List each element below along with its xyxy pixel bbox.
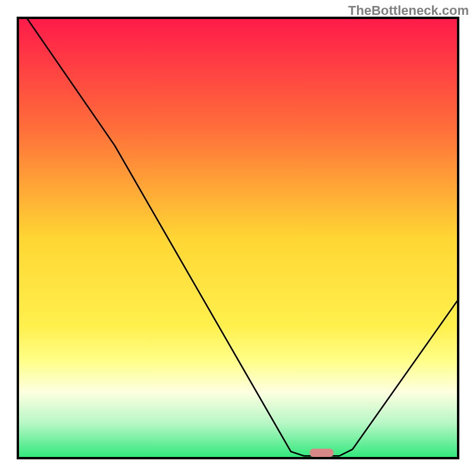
- watermark-text: TheBottleneck.com: [348, 3, 469, 18]
- optimal-marker: [310, 449, 334, 457]
- chart-container: TheBottleneck.com: [0, 0, 476, 476]
- chart-svg: [0, 0, 476, 476]
